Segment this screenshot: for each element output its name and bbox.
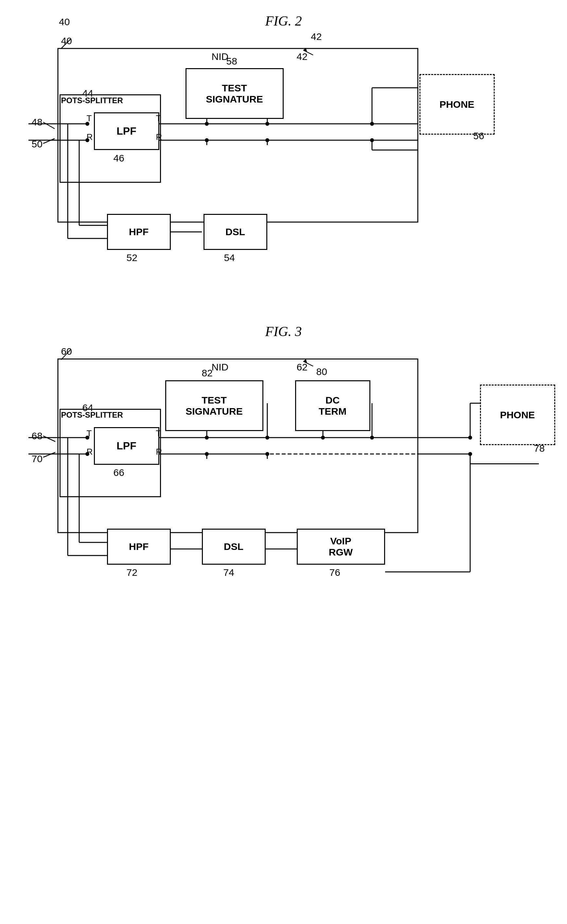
test-sig-box-fig2: TESTSIGNATURE: [186, 68, 284, 119]
t-left-fig3: T: [87, 429, 92, 439]
lpf-box-fig2: LPF: [94, 112, 159, 150]
lpf-box-fig3: LPF: [94, 427, 159, 465]
svg-line-30: [43, 138, 55, 143]
nid-label-fig3: NID: [212, 362, 229, 373]
svg-point-11: [370, 122, 374, 126]
ref-52: 52: [127, 252, 137, 263]
dsl-box-fig3: DSL: [202, 529, 266, 565]
r-right-fig2: R: [156, 132, 162, 142]
r-left-fig2: R: [87, 132, 93, 142]
svg-point-46: [468, 436, 472, 439]
ref-46: 46: [114, 153, 124, 164]
ref-60: 60: [61, 346, 72, 357]
ref-42-label: 42: [297, 51, 308, 62]
svg-point-14: [266, 138, 269, 142]
svg-line-29: [43, 122, 55, 129]
hpf-box-fig3: HPF: [107, 529, 171, 565]
ref-82: 82: [202, 367, 213, 379]
r-right-fig3: R: [156, 447, 162, 457]
svg-point-49: [266, 452, 269, 456]
svg-point-50: [468, 452, 472, 456]
ref-74: 74: [224, 567, 234, 578]
ref-80: 80: [316, 366, 327, 377]
t-left-fig2: T: [87, 113, 92, 123]
phone-box-fig2: PHONE: [420, 74, 495, 135]
hpf-box-fig2: HPF: [107, 214, 171, 250]
ref-40: 40: [59, 17, 70, 27]
ref-72: 72: [127, 567, 137, 578]
svg-point-15: [370, 138, 374, 142]
fig3-title: FIG. 3: [26, 324, 541, 339]
svg-point-9: [205, 122, 209, 126]
ref-66: 66: [114, 467, 124, 478]
ref-44: 44: [82, 88, 93, 99]
fig3-diagram: 60 62 NID POTS-SPLITTER LPF T T R R 66 T…: [28, 346, 539, 634]
ref-58: 58: [226, 56, 237, 67]
nid-label-fig2: NID: [212, 51, 229, 62]
dsl-box-fig2: DSL: [204, 214, 267, 250]
page: 40 FIG. 2 42: [0, 0, 567, 673]
t-right-fig2: T: [156, 113, 161, 123]
svg-line-70: [43, 452, 55, 457]
voip-box-fig3: VoIPRGW: [297, 529, 385, 565]
t-right-fig3: T: [156, 429, 161, 439]
fig3-section: FIG. 3: [26, 324, 541, 634]
ref-68: 68: [32, 430, 42, 441]
ref-78: 78: [534, 443, 545, 454]
ref-56: 56: [473, 130, 484, 141]
test-sig-box-fig3: TESTSIGNATURE: [165, 380, 263, 431]
ref-62: 62: [297, 362, 308, 373]
dc-term-box-fig3: DCTERM: [295, 380, 370, 431]
fig2-diagram: 40 42 NID POTS-SPLITTER LPF T T R R 46 T…: [28, 35, 539, 297]
fig2-section: 40 FIG. 2 42: [26, 13, 541, 297]
svg-point-48: [205, 452, 209, 456]
phone-box-fig3: PHONE: [480, 385, 555, 445]
ref-48: 48: [32, 117, 42, 128]
ref-50: 50: [32, 138, 42, 150]
ref-64: 64: [82, 402, 93, 413]
r-left-fig3: R: [87, 447, 93, 457]
svg-point-42: [205, 436, 209, 439]
svg-point-10: [266, 122, 269, 126]
svg-point-45: [370, 436, 374, 439]
ref-54: 54: [224, 252, 235, 263]
svg-point-44: [321, 436, 325, 439]
svg-point-13: [205, 138, 209, 142]
svg-point-43: [266, 436, 269, 439]
svg-line-69: [43, 436, 55, 441]
ref-40-label: 40: [61, 35, 72, 47]
ref-76: 76: [330, 567, 340, 578]
ref-70: 70: [32, 453, 42, 465]
fig2-title: FIG. 2: [26, 13, 541, 29]
